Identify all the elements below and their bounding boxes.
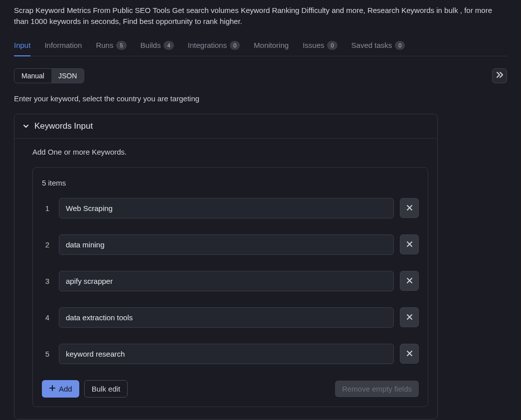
tab-integrations[interactable]: Integrations0 xyxy=(188,37,240,56)
tab-label: Integrations xyxy=(188,41,227,49)
mode-manual-button[interactable]: Manual xyxy=(14,69,51,83)
item-number: 4 xyxy=(42,313,53,322)
tab-badge: 5 xyxy=(116,41,126,50)
list-item: 1 xyxy=(42,198,419,218)
item-number: 3 xyxy=(42,277,53,285)
remove-item-button[interactable] xyxy=(400,344,419,364)
page-description: Scrap Keyword Metrics From Public SEO To… xyxy=(14,5,507,27)
tab-label: Information xyxy=(44,41,82,49)
list-item: 5 xyxy=(42,344,419,364)
tab-information[interactable]: Information xyxy=(44,37,82,56)
close-icon xyxy=(406,312,413,323)
tab-badge: 4 xyxy=(164,41,174,50)
close-icon xyxy=(406,349,413,359)
close-icon xyxy=(406,203,413,213)
tab-badge: 0 xyxy=(327,41,337,50)
mode-json-button[interactable]: JSON xyxy=(51,69,84,83)
add-button[interactable]: Add xyxy=(42,380,79,398)
tabs-bar: InputInformationRuns5Builds4Integrations… xyxy=(14,37,507,56)
item-number: 5 xyxy=(42,350,53,358)
section-help: Add One or more Keywords. xyxy=(32,148,428,156)
plus-icon xyxy=(49,385,56,393)
list-item: 3 xyxy=(42,271,419,291)
keywords-section: Keywords Input Add One or more Keywords.… xyxy=(14,114,438,420)
section-header[interactable]: Keywords Input xyxy=(14,114,437,138)
items-card: 5 items 12345 Add Bulk edit Remove empty… xyxy=(32,167,428,407)
tab-monitoring[interactable]: Monitoring xyxy=(254,37,289,56)
tab-label: Saved tasks xyxy=(351,41,392,49)
item-number: 1 xyxy=(42,204,53,212)
mode-toggle: Manual JSON xyxy=(14,68,84,83)
close-icon xyxy=(406,276,413,286)
remove-item-button[interactable] xyxy=(400,271,419,291)
list-item: 2 xyxy=(42,234,419,255)
tab-label: Monitoring xyxy=(254,41,289,49)
tab-badge: 0 xyxy=(230,41,240,50)
remove-item-button[interactable] xyxy=(400,307,419,327)
tab-label: Runs xyxy=(96,41,113,49)
tab-builds[interactable]: Builds4 xyxy=(141,37,174,56)
tab-label: Input xyxy=(14,41,30,49)
list-item: 4 xyxy=(42,307,419,328)
tab-label: Builds xyxy=(141,41,161,49)
items-count: 5 items xyxy=(42,179,419,187)
tab-input[interactable]: Input xyxy=(14,37,30,56)
add-button-label: Add xyxy=(59,385,72,393)
tab-issues[interactable]: Issues0 xyxy=(303,37,337,56)
item-number: 2 xyxy=(42,240,53,249)
tab-badge: 0 xyxy=(395,41,405,50)
keyword-input[interactable] xyxy=(59,344,394,364)
remove-empty-button: Remove empty fields xyxy=(335,381,419,397)
chevron-double-right-icon xyxy=(496,71,504,80)
expand-button[interactable] xyxy=(492,68,507,83)
remove-item-button[interactable] xyxy=(400,198,419,218)
instruction-text: Enter your keyword, select the country y… xyxy=(14,94,507,103)
tab-saved-tasks[interactable]: Saved tasks0 xyxy=(351,37,405,56)
keyword-input[interactable] xyxy=(59,271,394,291)
tab-label: Issues xyxy=(303,41,324,49)
keyword-input[interactable] xyxy=(59,234,394,255)
remove-item-button[interactable] xyxy=(400,234,419,254)
section-title: Keywords Input xyxy=(34,121,93,131)
keyword-input[interactable] xyxy=(59,307,394,328)
bulk-edit-button[interactable]: Bulk edit xyxy=(84,380,128,398)
chevron-down-icon xyxy=(22,123,29,130)
close-icon xyxy=(406,239,413,250)
keyword-input[interactable] xyxy=(59,198,394,218)
tab-runs[interactable]: Runs5 xyxy=(96,37,126,56)
